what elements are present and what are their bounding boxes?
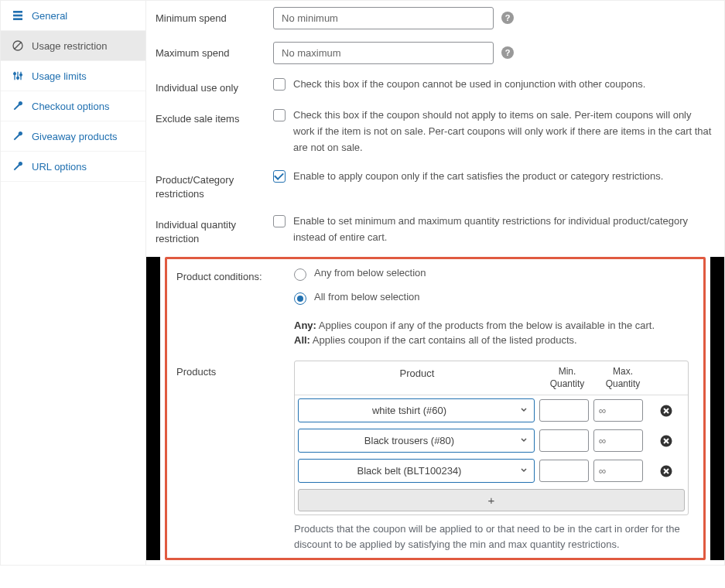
maximum-spend-label: Maximum spend <box>156 42 264 60</box>
product-conditions-label: Product conditions: <box>176 265 285 284</box>
product-category-restrictions-checkbox[interactable] <box>273 170 286 183</box>
settings-sidebar: General Usage restriction Usage limits C… <box>1 1 146 565</box>
individual-quantity-restriction-desc: Enable to set minimum and maximum quanti… <box>293 214 715 246</box>
product-select[interactable]: white tshirt (#60) <box>298 398 535 422</box>
product-conditions-all-radio[interactable] <box>294 292 306 305</box>
sidebar-item-general[interactable]: General <box>1 1 145 31</box>
svg-point-8 <box>14 73 16 75</box>
product-conditions-any-label: Any from below selection <box>314 265 426 282</box>
svg-point-9 <box>17 77 19 79</box>
limits-icon <box>12 70 24 82</box>
table-header-min-qty: Min. Quantity <box>539 361 595 395</box>
remove-row-button[interactable] <box>648 404 685 418</box>
sidebar-item-label: Checkout options <box>32 101 109 112</box>
products-description: Products that the coupon will be applied… <box>294 521 681 552</box>
svg-point-10 <box>20 74 22 76</box>
individual-use-label: Individual use only <box>156 77 264 95</box>
sidebar-item-label: Usage restriction <box>32 40 108 52</box>
min-qty-input[interactable] <box>539 460 589 482</box>
close-circle-icon <box>659 464 673 478</box>
sidebar-item-label: Usage limits <box>32 70 87 82</box>
product-conditions-any-radio[interactable] <box>294 268 306 281</box>
restriction-icon <box>12 39 24 52</box>
svg-rect-0 <box>13 11 22 13</box>
individual-use-desc: Check this box if the coupon cannot be u… <box>293 77 645 93</box>
sidebar-item-usage-restriction[interactable]: Usage restriction <box>1 31 145 61</box>
exclude-sale-label: Exclude sale items <box>156 108 264 126</box>
max-qty-input[interactable] <box>593 429 643 452</box>
product-select[interactable]: Black trousers (#80) <box>298 429 535 453</box>
minimum-spend-input[interactable] <box>273 7 494 29</box>
sidebar-item-url-options[interactable]: URL options <box>1 152 145 182</box>
max-qty-input[interactable] <box>593 460 643 482</box>
remove-row-button[interactable] <box>648 434 685 448</box>
product-category-restrictions-desc: Enable to apply coupon only if the cart … <box>293 169 663 185</box>
wrench-icon <box>12 100 24 112</box>
remove-row-button[interactable] <box>648 464 685 478</box>
products-label: Products <box>176 361 285 379</box>
svg-rect-2 <box>13 18 22 20</box>
table-header-max-qty: Max. Quantity <box>595 361 651 395</box>
max-qty-input[interactable] <box>593 399 643 422</box>
table-header-product: Product <box>295 361 539 395</box>
sidebar-item-label: General <box>32 10 67 22</box>
table-row: white tshirt (#60) <box>295 395 688 426</box>
minimum-spend-label: Minimum spend <box>156 7 264 26</box>
min-qty-input[interactable] <box>539 399 589 422</box>
sidebar-item-checkout-options[interactable]: Checkout options <box>1 91 145 121</box>
sidebar-item-giveaway-products[interactable]: Giveaway products <box>1 121 145 152</box>
help-icon[interactable]: ? <box>501 46 514 59</box>
table-row: Black trousers (#80) <box>295 426 688 456</box>
product-conditions-all-label: All from below selection <box>314 289 420 306</box>
individual-use-checkbox[interactable] <box>273 78 286 91</box>
product-category-restrictions-label: Product/Category restrictions <box>156 169 264 201</box>
close-circle-icon <box>659 434 673 448</box>
products-table: Product Min. Quantity Max. Quantity whit… <box>294 361 689 515</box>
exclude-sale-desc: Check this box if the coupon should not … <box>293 108 715 156</box>
svg-rect-1 <box>13 15 22 17</box>
individual-quantity-restriction-label: Individual quantity restriction <box>156 214 264 246</box>
close-circle-icon <box>659 404 673 418</box>
help-icon[interactable]: ? <box>501 12 514 24</box>
product-select[interactable]: Black belt (BLT100234) <box>298 459 535 483</box>
main-panel: Minimum spend ? Maximum spend ? Individu… <box>146 1 724 565</box>
sidebar-item-usage-limits[interactable]: Usage limits <box>1 61 145 91</box>
product-conditions-note: Any: Applies coupon if any of the produc… <box>294 318 655 348</box>
highlighted-products-section: Product conditions: Any from below selec… <box>165 257 706 560</box>
exclude-sale-checkbox[interactable] <box>273 109 286 121</box>
maximum-spend-input[interactable] <box>273 42 494 64</box>
svg-line-4 <box>14 42 21 49</box>
wrench-icon <box>12 160 24 173</box>
min-qty-input[interactable] <box>539 429 589 452</box>
wrench-icon <box>12 130 24 142</box>
table-row: Black belt (BLT100234) <box>295 456 688 486</box>
individual-quantity-restriction-checkbox[interactable] <box>273 215 286 227</box>
sidebar-item-label: URL options <box>32 161 87 173</box>
sidebar-item-label: Giveaway products <box>32 131 118 142</box>
add-product-row-button[interactable]: + <box>298 489 685 511</box>
general-icon <box>12 9 24 22</box>
